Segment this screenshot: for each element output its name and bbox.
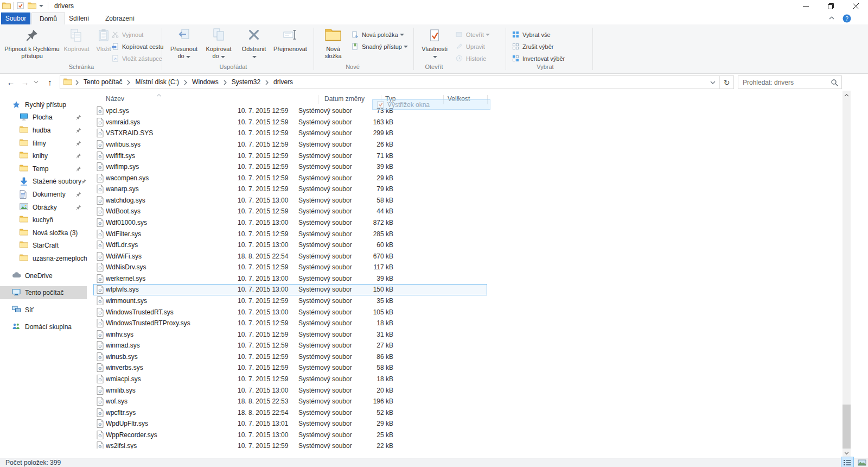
breadcrumb-local-disk-c[interactable]: Místní disk (C:)	[131, 76, 183, 89]
file-row-winmad.sys[interactable]: winmad.sys10. 7. 2015 12:59Systémový sou…	[93, 340, 487, 351]
file-row-wimmount.sys[interactable]: wimmount.sys10. 7. 2015 12:59Systémový s…	[93, 295, 487, 307]
breadcrumb-this-pc[interactable]: Tento počítač	[80, 76, 126, 89]
address-history-chevron-icon[interactable]	[706, 76, 719, 89]
system-file-icon	[97, 375, 104, 383]
qat-customize-caret-icon[interactable]	[39, 5, 44, 12]
rename-button[interactable]: Přejmenovat	[270, 27, 310, 62]
file-row-winusb.sys[interactable]: winusb.sys10. 7. 2015 12:59Systémový sou…	[93, 351, 487, 363]
sidebar-item-kuchy[interactable]: kuchyň	[0, 213, 87, 226]
file-row-vwififlt.sys[interactable]: vwififlt.sys10. 7. 2015 12:59Systémový s…	[93, 150, 487, 161]
delete-button[interactable]: Odstranit	[238, 27, 270, 62]
sidebar-item-tento-po-ta[interactable]: Tento počítač	[0, 286, 87, 299]
qat-properties-icon[interactable]	[17, 2, 25, 10]
select-all-button[interactable]: Vybrat vše	[512, 29, 551, 40]
back-button[interactable]: ←	[4, 75, 17, 89]
file-row-WdFilter.sys[interactable]: WdFilter.sys10. 7. 2015 12:59Systémový s…	[93, 228, 487, 239]
copy-to-button[interactable]: Kopírovat do	[202, 27, 235, 62]
tab-home[interactable]: Domů	[31, 12, 65, 24]
search-icon[interactable]	[827, 79, 841, 86]
scroll-up-icon[interactable]	[843, 91, 851, 100]
sidebar-item-rychl-p-stup[interactable]: Rychlý přístup	[0, 98, 87, 111]
file-row-wfplwfs.sys[interactable]: wfplwfs.sys10. 7. 2015 13:00Systémový so…	[93, 284, 487, 295]
file-row-wmiacpi.sys[interactable]: wmiacpi.sys10. 7. 2015 12:59Systémový so…	[93, 374, 487, 385]
file-row-wacompen.sys[interactable]: wacompen.sys10. 7. 2015 12:59Systémový s…	[93, 172, 487, 184]
minimize-button[interactable]	[793, 0, 818, 12]
properties-button[interactable]: Vlastnosti	[419, 27, 450, 62]
sidebar-item-dokumenty[interactable]: Dokumenty	[0, 188, 87, 201]
column-header-name[interactable]: Název	[106, 95, 124, 103]
file-row-vsmraid.sys[interactable]: vsmraid.sys10. 7. 2015 12:59Systémový so…	[93, 117, 487, 128]
tab-view[interactable]: Zobrazení	[98, 12, 142, 24]
details-view-button[interactable]	[841, 457, 854, 467]
tab-share[interactable]: Sdílení	[61, 12, 97, 24]
new-folder-button[interactable]: Nová složka	[319, 27, 347, 62]
scrollbar-thumb[interactable]	[843, 405, 851, 449]
sidebar-item-filmy[interactable]: filmy	[0, 137, 87, 150]
file-row-wof.sys[interactable]: wof.sys18. 8. 2015 22:53Systémový soubor…	[93, 396, 487, 407]
breadcrumb-chevron-icon[interactable]	[126, 80, 131, 85]
refresh-icon[interactable]: ↻	[719, 76, 733, 89]
close-button[interactable]	[843, 0, 868, 12]
file-row-vwifibus.sys[interactable]: vwifibus.sys10. 7. 2015 12:59Systémový s…	[93, 139, 487, 150]
file-row-WpdUpFltr.sys[interactable]: WpdUpFltr.sys10. 7. 2015 13:01Systémový …	[93, 418, 487, 430]
sidebar-item-starcraft[interactable]: StarCraft	[0, 239, 87, 253]
search-box[interactable]: Prohledat: drivers	[738, 75, 842, 89]
sidebar-item-onedrive[interactable]: OneDrive	[0, 269, 87, 282]
file-row-WdNisDrv.sys[interactable]: WdNisDrv.sys10. 7. 2015 12:59Systémový s…	[93, 262, 487, 273]
file-row-wanarp.sys[interactable]: wanarp.sys10. 7. 2015 12:59Systémový sou…	[93, 184, 487, 195]
file-row-WdfLdr.sys[interactable]: WdfLdr.sys10. 7. 2015 13:00Systémový sou…	[93, 239, 487, 251]
select-none-button[interactable]: Zrušit výběr	[512, 41, 553, 52]
recent-locations-chevron-icon[interactable]	[31, 75, 40, 89]
breadcrumb-chevron-icon[interactable]	[183, 80, 188, 85]
copy-path-button[interactable]: Kopírovat cestu	[112, 41, 163, 52]
breadcrumb-chevron-icon[interactable]	[264, 80, 270, 85]
sidebar-item-sta-en-soubory[interactable]: Stažené soubory	[0, 175, 87, 188]
file-row-wpcfltr.sys[interactable]: wpcfltr.sys18. 8. 2015 22:54Systémový so…	[93, 407, 487, 418]
qat-new-folder-icon[interactable]	[28, 2, 36, 10]
file-row-VSTXRAID.SYS[interactable]: VSTXRAID.SYS10. 7. 2015 12:59Systémový s…	[93, 128, 487, 139]
file-row-winverbs.sys[interactable]: winverbs.sys10. 7. 2015 12:59Systémový s…	[93, 362, 487, 374]
collapse-ribbon-icon[interactable]	[829, 16, 834, 20]
breadcrumb-chevron-icon[interactable]	[74, 80, 80, 85]
breadcrumb-drivers[interactable]: drivers	[270, 76, 297, 89]
pin-to-quick-access-button[interactable]: Připnout k Rychlému přístupu	[4, 27, 60, 62]
breadcrumb-windows[interactable]: Windows	[188, 76, 222, 89]
help-icon[interactable]: ?	[843, 14, 851, 23]
file-row-WppRecorder.sys[interactable]: WppRecorder.sys10. 7. 2015 13:00Systémov…	[93, 430, 487, 441]
file-row-wmilib.sys[interactable]: wmilib.sys10. 7. 2015 13:00Systémový sou…	[93, 384, 487, 396]
sidebar-item-s[interactable]: Síť	[0, 304, 87, 317]
file-row-Wdf01000.sys[interactable]: Wdf01000.sys10. 7. 2015 13:00Systémový s…	[93, 217, 487, 229]
sidebar-item-nov-slo-ka-3[interactable]: Nová složka (3)	[0, 226, 87, 239]
column-divider[interactable]	[318, 95, 318, 104]
thumbnail-view-button[interactable]	[856, 457, 868, 467]
new-item-button[interactable]: Nová položka	[352, 29, 404, 40]
file-row-vwifimp.sys[interactable]: vwifimp.sys10. 7. 2015 12:59Systémový so…	[93, 161, 487, 173]
file-row-werkernel.sys[interactable]: werkernel.sys10. 7. 2015 13:00Systémový …	[93, 273, 487, 285]
file-row-ws2ifsl.sys[interactable]: ws2ifsl.sys10. 7. 2015 12:59Systémový so…	[93, 440, 487, 449]
file-row-watchdog.sys[interactable]: watchdog.sys10. 7. 2015 13:00Systémový s…	[93, 195, 487, 206]
move-to-button[interactable]: Přesunout do	[167, 27, 201, 62]
system-file-icon	[97, 308, 104, 317]
vertical-scrollbar[interactable]	[843, 91, 851, 458]
sidebar-item-hudba[interactable]: hudba	[0, 124, 87, 137]
breadcrumb-system32[interactable]: System32	[228, 76, 264, 89]
breadcrumb-chevron-icon[interactable]	[222, 80, 228, 85]
file-row-WdBoot.sys[interactable]: WdBoot.sys10. 7. 2015 12:59Systémový sou…	[93, 206, 487, 217]
sidebar-item-uzasna-zemeplocha[interactable]: uzasna-zemeplocha	[0, 252, 87, 265]
column-header-date[interactable]: Datum změny	[324, 95, 365, 103]
file-row-winhv.sys[interactable]: winhv.sys10. 7. 2015 12:59Systémový soub…	[93, 329, 487, 340]
sidebar-item-knihy[interactable]: knihy	[0, 149, 87, 162]
invert-selection-button[interactable]: Invertovat výběr	[512, 53, 565, 64]
file-row-WdiWiFi.sys[interactable]: WdiWiFi.sys18. 8. 2015 22:54Systémový so…	[93, 250, 487, 262]
sidebar-item-obr-zky[interactable]: Obrázky	[0, 201, 87, 214]
restore-button[interactable]	[818, 0, 843, 12]
easy-access-button[interactable]: Snadný přístup	[352, 41, 408, 52]
file-row-WindowsTrustedRTProxy.sys[interactable]: WindowsTrustedRTProxy.sys10. 7. 2015 12:…	[93, 318, 487, 329]
tab-file[interactable]: Soubor	[1, 12, 30, 24]
file-row-WindowsTrustedRT.sys[interactable]: WindowsTrustedRT.sys10. 7. 2015 13:00Sys…	[93, 306, 487, 318]
address-bar[interactable]: Tento počítač Místní disk (C:) Windows S…	[60, 75, 734, 89]
sidebar-item-temp[interactable]: Temp	[0, 162, 87, 175]
up-button[interactable]: ↑	[43, 75, 56, 89]
sidebar-item-plocha[interactable]: Plocha	[0, 111, 87, 124]
sidebar-item-dom-c-skupina[interactable]: Domácí skupina	[0, 321, 87, 334]
